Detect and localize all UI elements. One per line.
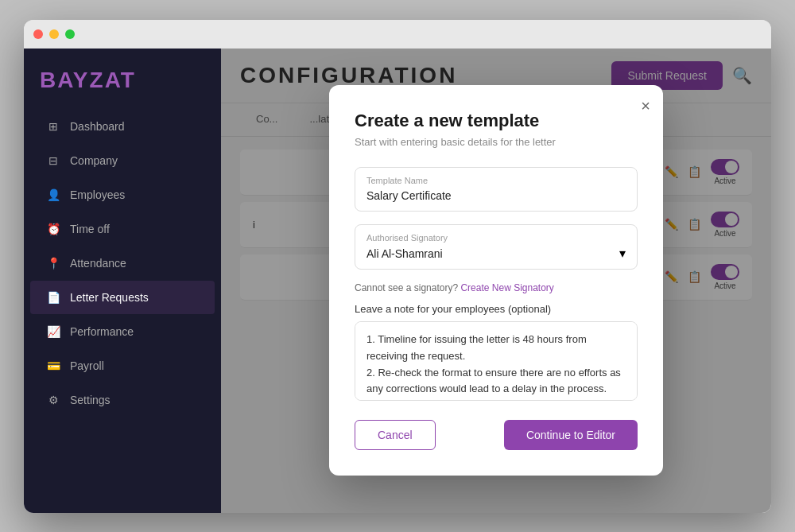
signatory-select[interactable]: Ali Al-Shamrani ▾	[366, 246, 626, 261]
titlebar	[24, 20, 771, 49]
minimize-dot[interactable]	[49, 29, 59, 39]
attendance-icon: 📍	[46, 256, 60, 270]
dashboard-icon: ⊞	[46, 119, 60, 134]
sidebar-item-settings[interactable]: ⚙Settings	[30, 383, 215, 417]
app-body: BAYZAT ⊞Dashboard⊟Company👤Employees⏰Time…	[24, 49, 771, 513]
sidebar-item-company[interactable]: ⊟Company	[30, 144, 215, 177]
close-dot[interactable]	[33, 29, 43, 39]
note-label: Leave a note for your employees (optiona…	[355, 303, 638, 315]
settings-icon: ⚙	[46, 393, 60, 407]
maximize-dot[interactable]	[65, 29, 75, 39]
signatory-group: Authorised Signatory Ali Al-Shamrani ▾	[355, 224, 638, 270]
modal-subtitle: Start with entering basic details for th…	[355, 136, 638, 148]
letter-requests-icon: 📄	[46, 290, 60, 305]
modal-overlay: × Create a new template Start with enter…	[221, 49, 771, 513]
template-name-label: Template Name	[366, 176, 626, 185]
signatory-hint: Cannot see a signatory? Create New Signa…	[355, 282, 638, 293]
sidebar-item-label-dashboard: Dashboard	[70, 120, 125, 133]
sidebar-item-label-performance: Performance	[70, 325, 134, 338]
template-name-field: Template Name	[355, 167, 638, 212]
performance-icon: 📈	[46, 324, 60, 339]
sidebar-item-attendance[interactable]: 📍Attendance	[30, 247, 215, 280]
sidebar-item-payroll[interactable]: 💳Payroll	[30, 349, 215, 382]
modal-dialog: × Create a new template Start with enter…	[329, 85, 663, 476]
company-icon: ⊟	[46, 153, 60, 168]
modal-title: Create a new template	[355, 111, 638, 131]
sidebar-item-label-payroll: Payroll	[70, 359, 104, 372]
chevron-down-icon: ▾	[619, 246, 626, 261]
template-name-input[interactable]	[366, 189, 626, 202]
note-group: Leave a note for your employees (optiona…	[355, 303, 638, 404]
continue-to-editor-button[interactable]: Continue to Editor	[504, 420, 638, 450]
sidebar-item-label-time-off: Time off	[70, 223, 110, 235]
sidebar-item-label-attendance: Attendance	[70, 257, 126, 270]
employees-icon: 👤	[46, 188, 60, 202]
template-name-group: Template Name	[355, 167, 638, 212]
modal-close-button[interactable]: ×	[641, 98, 650, 114]
sidebar-item-label-company: Company	[70, 154, 118, 167]
logo: BAYZAT	[24, 49, 221, 109]
modal-footer: Cancel Continue to Editor	[355, 420, 638, 450]
signatory-field[interactable]: Authorised Signatory Ali Al-Shamrani ▾	[355, 224, 638, 270]
navigation: ⊞Dashboard⊟Company👤Employees⏰Time off📍At…	[24, 109, 221, 417]
sidebar-item-label-settings: Settings	[70, 394, 111, 406]
sidebar-item-label-letter-requests: Letter Requests	[70, 291, 149, 304]
sidebar-item-time-off[interactable]: ⏰Time off	[30, 212, 215, 246]
time-off-icon: ⏰	[46, 222, 60, 236]
sidebar-item-label-employees: Employees	[70, 188, 125, 201]
sidebar-item-employees[interactable]: 👤Employees	[30, 178, 215, 212]
app-window: BAYZAT ⊞Dashboard⊟Company👤Employees⏰Time…	[24, 20, 771, 513]
sidebar-item-performance[interactable]: 📈Performance	[30, 315, 215, 348]
sidebar-item-letter-requests[interactable]: 📄Letter Requests	[30, 281, 215, 314]
signatory-label: Authorised Signatory	[366, 233, 626, 243]
note-textarea[interactable]	[355, 321, 638, 401]
main-content: CONFIGURATION Submit Request 🔍 Co... ...…	[221, 49, 771, 513]
cancel-button[interactable]: Cancel	[355, 420, 436, 450]
payroll-icon: 💳	[46, 359, 60, 373]
create-signatory-link[interactable]: Create New Signatory	[460, 282, 553, 293]
sidebar: BAYZAT ⊞Dashboard⊟Company👤Employees⏰Time…	[24, 49, 221, 513]
signatory-value: Ali Al-Shamrani	[366, 247, 443, 260]
sidebar-item-dashboard[interactable]: ⊞Dashboard	[30, 110, 215, 143]
